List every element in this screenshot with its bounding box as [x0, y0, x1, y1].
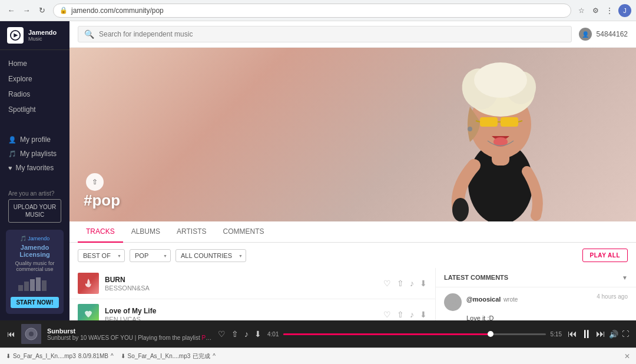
sidebar-item-radios[interactable]: Radios: [0, 87, 69, 102]
download-bar-close[interactable]: ✕: [624, 352, 630, 360]
filter-country-wrapper: ALL COUNTRIES: [175, 249, 246, 262]
fullscreen-button[interactable]: ⛶: [622, 330, 629, 338]
upload-music-button[interactable]: UPLOAD YOURMUSIC: [8, 199, 61, 223]
svg-point-26: [29, 332, 34, 336]
reload-button[interactable]: ↻: [35, 4, 48, 17]
progress-bar[interactable]: [283, 333, 545, 335]
search-bar[interactable]: 🔍: [78, 26, 572, 42]
player-time-total: 5:15: [551, 331, 562, 337]
comment-item: @moosical wrote 4 hours ago Love it :D ▶…: [436, 287, 636, 320]
top-header: 🔍 👤 54844162: [69, 21, 636, 48]
share-button-love[interactable]: ⇧: [397, 310, 404, 319]
tab-artists[interactable]: ARTISTS: [168, 221, 214, 243]
player-controls: ⏮ ⏸ ⏭ 🔊 ⛶: [568, 327, 629, 341]
comment-meta: @moosical wrote: [466, 293, 592, 304]
tab-albums[interactable]: ALBUMS: [123, 221, 168, 243]
track-info-love: Love of My Life BEN LVCAS: [105, 307, 377, 321]
sidebar-item-spotlight[interactable]: Spotlight: [0, 102, 69, 117]
hero-banner: #pop ⇧: [69, 48, 636, 221]
volume-button[interactable]: 🔊: [609, 330, 618, 339]
add-playlist-button-burn[interactable]: ♪: [410, 279, 414, 288]
sidebar-item-home[interactable]: Home: [0, 56, 69, 71]
like-button-love[interactable]: ♡: [383, 310, 391, 319]
filters-row: BEST OF LATEST POP ROCK ALL COUNTRIES PL…: [69, 243, 636, 268]
favorites-label: My favorites: [16, 164, 54, 172]
menu-icon[interactable]: ⋮: [604, 5, 615, 16]
promo-logo-icon: 🎵 Jamendo: [11, 236, 59, 241]
track-row: Love of My Life BEN LVCAS ♡ ⇧ ♪ ⬇: [69, 299, 435, 320]
forward-button[interactable]: →: [20, 4, 33, 17]
download-filename-1: So_Far_As_I_Kn....mp3: [13, 353, 76, 359]
download-status-2: 已完成: [193, 352, 210, 360]
back-button[interactable]: ←: [5, 4, 18, 17]
player-info: Sunburst Sunburst by 10 WAVES OF YOU | P…: [47, 327, 212, 341]
player-quick-actions: ♡ ⇧ ♪ ⬇: [218, 329, 261, 339]
player-thumb: [21, 324, 41, 344]
svg-point-20: [468, 127, 472, 131]
hero-tag: #pop: [84, 191, 120, 210]
tracks-panel: BURN BESSONN&SA ♡ ⇧ ♪ ⬇: [69, 268, 436, 320]
extensions-icon[interactable]: ⚙: [590, 5, 601, 16]
content-area: BURN BESSONN&SA ♡ ⇧ ♪ ⬇: [69, 268, 636, 320]
filter-genre[interactable]: POP ROCK: [130, 249, 171, 262]
share-button-burn[interactable]: ⇧: [397, 279, 404, 288]
comments-sort-button[interactable]: ▼: [622, 274, 628, 281]
player-share-button[interactable]: ⇧: [231, 329, 238, 339]
user-id: 54844162: [597, 30, 628, 38]
track-actions-burn: ♡ ⇧ ♪ ⬇: [383, 279, 427, 288]
play-all-button[interactable]: PLAY ALL: [582, 249, 628, 262]
promo-title: Jamendo Licensing: [11, 244, 59, 258]
progress-bar-fill: [283, 333, 491, 335]
sidebar-item-profile[interactable]: 👤 My profile: [0, 133, 69, 147]
avatar[interactable]: 👤: [579, 28, 592, 41]
player-download-button[interactable]: ⬇: [254, 329, 261, 339]
track-title-burn: BURN: [105, 276, 377, 284]
favorites-icon: ♥: [8, 164, 12, 171]
sidebar-item-explore[interactable]: Explore: [0, 71, 69, 87]
tab-tracks[interactable]: TRACKS: [78, 221, 123, 243]
add-playlist-button-love[interactable]: ♪: [410, 310, 414, 319]
comment-avatar: [444, 293, 462, 311]
user-profile-icon[interactable]: J: [618, 4, 631, 17]
sidebar-item-playlists[interactable]: 🎵 My playlists: [0, 147, 69, 161]
search-icon: 🔍: [84, 29, 94, 39]
tabs-bar: TRACKS ALBUMS ARTISTS COMMENTS: [69, 221, 636, 243]
player-track-title: Sunburst: [47, 327, 212, 335]
download-icon-1: ⬇: [6, 353, 11, 359]
url-text: jamendo.com/community/pop: [71, 6, 164, 15]
sidebar-nav: Home Explore Radios Spotlight: [0, 50, 69, 123]
filter-bestof[interactable]: BEST OF LATEST: [78, 249, 125, 262]
app-body: Jamendo Music Home Explore Radios Spotli…: [0, 21, 636, 320]
bookmark-icon[interactable]: ☆: [576, 5, 587, 16]
filter-genre-wrapper: POP ROCK: [130, 249, 171, 262]
comment-top: @moosical wrote 4 hours ago: [444, 293, 628, 311]
start-now-button[interactable]: START NOW!: [11, 297, 59, 308]
prev-button[interactable]: ⏮: [568, 329, 577, 339]
share-button[interactable]: ⇧: [86, 173, 104, 191]
logo-icon: [7, 27, 24, 44]
comments-header-title: LATEST COMMENTS: [444, 274, 618, 281]
download-button-burn[interactable]: ⬇: [420, 279, 427, 288]
comment-user: @moosical: [466, 296, 501, 303]
user-area: 👤 54844162: [579, 28, 628, 41]
search-input[interactable]: [99, 30, 565, 38]
svg-point-19: [452, 198, 469, 221]
artist-section-label: Are you an artist?: [8, 190, 61, 197]
player-add-button[interactable]: ♪: [244, 329, 249, 339]
download-item-1[interactable]: ⬇ So_Far_As_I_Kn....mp3 8.0/9.81MB ^: [6, 353, 114, 359]
comment-time: 4 hours ago: [597, 293, 628, 300]
download-button-love[interactable]: ⬇: [420, 310, 427, 319]
sidebar-item-favorites[interactable]: ♥ My favorites: [0, 161, 69, 175]
tab-comments[interactable]: COMMENTS: [215, 221, 273, 243]
address-bar[interactable]: 🔒 jamendo.com/community/pop: [53, 4, 571, 18]
like-button-burn[interactable]: ♡: [383, 279, 391, 288]
pause-button[interactable]: ⏸: [581, 327, 592, 341]
download-item-2[interactable]: ⬇ So_Far_As_I_Kn....mp3 已完成 ^: [121, 352, 216, 360]
next-button[interactable]: ⏭: [596, 329, 605, 339]
player-like-button[interactable]: ♡: [218, 329, 226, 339]
prev-track-button[interactable]: ⏮: [7, 329, 15, 339]
filter-country[interactable]: ALL COUNTRIES: [175, 249, 246, 262]
share-icon: ⇧: [92, 178, 98, 186]
artist-section: Are you an artist? UPLOAD YOURMUSIC: [0, 188, 69, 224]
logo-text: Jamendo Music: [28, 29, 57, 42]
